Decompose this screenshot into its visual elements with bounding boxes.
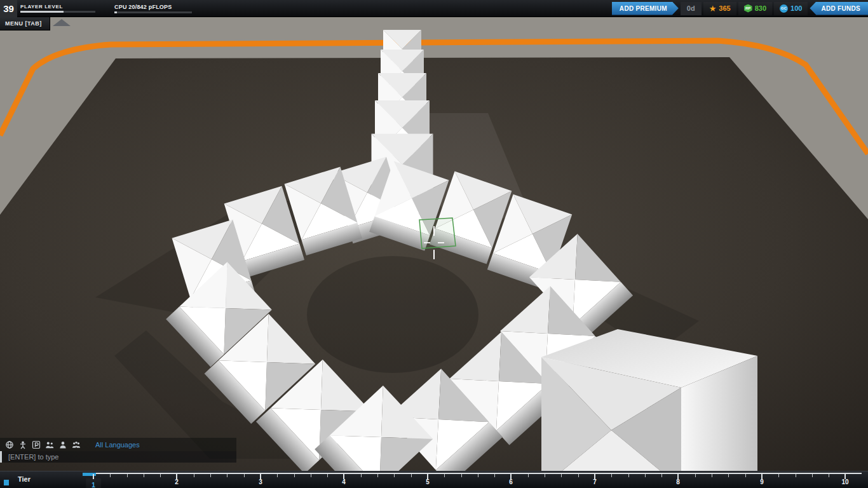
tier-number-current[interactable]: 1 <box>86 478 101 488</box>
player-level-progress <box>20 11 95 13</box>
tier-number[interactable]: 6 <box>509 478 513 485</box>
cpu-label: CPU 20/842 pFLOPS <box>114 4 192 10</box>
tier-bar: Tier 1 2 3 4 5 6 7 8 9 10 <box>0 471 868 488</box>
tier-number[interactable]: 5 <box>426 478 430 485</box>
tier-number[interactable]: 8 <box>676 478 680 485</box>
premium-days-remaining: 0d <box>681 2 702 15</box>
rp-icon: RP <box>744 4 752 13</box>
menu-tab-button[interactable]: MENU [TAB] <box>0 17 50 30</box>
tier-ruler-minor-ticks <box>93 474 846 477</box>
tier-number[interactable]: 4 <box>342 478 346 485</box>
star-icon: ★ <box>709 4 717 13</box>
cpu-block: CPU 20/842 pFLOPS <box>114 4 192 13</box>
tier-number[interactable]: 9 <box>760 478 764 485</box>
large-cube[interactable] <box>541 329 757 488</box>
friends-icon[interactable] <box>45 440 54 449</box>
gc-currency: GC 100 <box>774 2 808 15</box>
currency-cluster: ADD PREMIUM 0d ★ 365 RP 830 GC 100 ADD F… <box>612 0 868 17</box>
tier-number[interactable]: 7 <box>593 478 597 485</box>
tier-number[interactable]: 2 <box>175 478 179 485</box>
player-level-block: PLAYER LEVEL <box>20 4 95 13</box>
group-icon[interactable] <box>72 440 81 449</box>
cpu-progress <box>114 11 192 13</box>
tier-number[interactable]: 3 <box>259 478 262 485</box>
chat-input-prompt[interactable]: [ENTER] to type <box>0 451 236 463</box>
top-bar: 39 PLAYER LEVEL CPU 20/842 pFLOPS ADD PR… <box>0 0 868 17</box>
game-window: 39 PLAYER LEVEL CPU 20/842 pFLOPS ADD PR… <box>0 0 868 488</box>
player-level-value: 39 <box>0 0 17 17</box>
tier-label: Tier <box>18 475 31 483</box>
accessibility-icon[interactable] <box>18 440 27 449</box>
rp-currency: RP 830 <box>738 2 772 15</box>
player-level-label: PLAYER LEVEL <box>20 4 95 10</box>
selection-box <box>419 218 456 248</box>
person-icon[interactable] <box>58 440 67 449</box>
p-icon[interactable] <box>32 440 41 449</box>
gc-count: 100 <box>790 4 802 12</box>
chevron-up-icon[interactable] <box>53 19 71 26</box>
add-premium-button[interactable]: ADD PREMIUM <box>612 2 679 15</box>
star-currency: ★ 365 <box>703 2 736 15</box>
add-funds-button[interactable]: ADD FUNDS <box>810 2 868 15</box>
rp-count: 830 <box>755 4 766 12</box>
tier-ruler[interactable]: 1 2 3 4 5 6 7 8 9 10 <box>83 473 862 487</box>
tier-number[interactable]: 10 <box>841 478 848 485</box>
star-count: 365 <box>719 4 730 12</box>
gc-icon: GC <box>780 4 788 13</box>
build-viewport-3d[interactable] <box>0 0 868 488</box>
menu-area: MENU [TAB] <box>0 17 71 30</box>
chat-language-selector[interactable]: All Languages <box>95 441 140 449</box>
tier-slider-start[interactable] <box>4 480 9 485</box>
globe-icon[interactable] <box>5 440 14 449</box>
chat-channel-bar: All Languages <box>0 438 236 451</box>
